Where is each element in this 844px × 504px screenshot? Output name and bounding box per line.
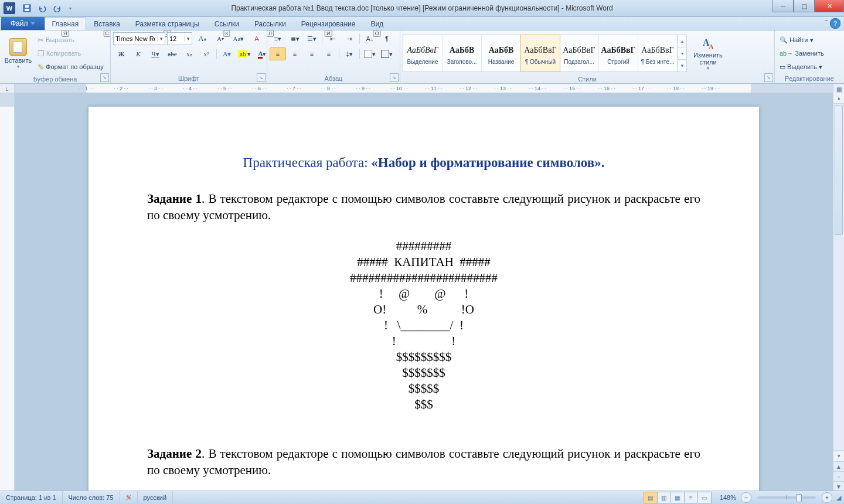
tab-home[interactable]: ГлавнаяЯ: [45, 17, 87, 30]
strikethrough-button[interactable]: abc: [164, 47, 181, 60]
clear-format-button[interactable]: A̶: [249, 32, 265, 45]
gallery-more-icon[interactable]: ▼: [678, 59, 686, 71]
browse-object-icon[interactable]: ◦: [833, 471, 844, 481]
grow-font-button[interactable]: A▴: [194, 32, 210, 45]
subscript-button[interactable]: x₂: [181, 47, 198, 60]
align-right-button[interactable]: ≡: [304, 47, 320, 60]
tab-view[interactable]: ВидО: [363, 17, 391, 30]
maximize-button[interactable]: ▢: [794, 0, 815, 12]
underline-button[interactable]: Ч▾: [147, 47, 164, 60]
group-clipboard: Вставить ▾ Вырезать Копировать Формат по…: [0, 30, 111, 83]
cut-button[interactable]: Вырезать: [35, 33, 77, 46]
style-item[interactable]: АаБбВвГСтрогий: [599, 35, 638, 71]
view-print-layout-icon[interactable]: ▤: [644, 492, 658, 503]
page[interactable]: Практическая работа: «Набор и форматиров…: [89, 107, 759, 491]
vertical-ruler[interactable]: [0, 93, 15, 491]
help-icon[interactable]: ?: [830, 18, 840, 29]
indent-decrease-button[interactable]: ⇤: [324, 32, 341, 45]
scroll-track[interactable]: [833, 104, 844, 450]
resize-grip-icon[interactable]: ◢: [833, 494, 844, 502]
minimize-ribbon-icon[interactable]: ˇ: [825, 19, 828, 28]
shading-button[interactable]: ▾: [362, 47, 378, 60]
next-page-icon[interactable]: ▼: [833, 481, 844, 491]
status-proof[interactable]: ✎̸: [120, 491, 138, 504]
align-justify-button[interactable]: ≡: [321, 47, 337, 60]
view-outline-icon[interactable]: ≡: [684, 492, 698, 503]
copy-button[interactable]: Копировать: [35, 47, 83, 60]
minimize-button[interactable]: ─: [772, 0, 794, 12]
indent-increase-button[interactable]: ⇥: [341, 32, 358, 45]
scroll-up-icon[interactable]: ▴: [833, 93, 844, 104]
highlight-button[interactable]: ab▾: [236, 47, 253, 60]
zoom-level[interactable]: 148%: [716, 494, 740, 501]
styles-launcher-icon[interactable]: ↘: [764, 73, 773, 82]
borders-button[interactable]: ▾: [379, 47, 395, 60]
qat-customize-icon[interactable]: ▾: [66, 2, 74, 15]
clipboard-launcher-icon[interactable]: ↘: [100, 73, 109, 82]
italic-button[interactable]: К: [130, 47, 147, 60]
format-painter-button[interactable]: Формат по образцу: [35, 60, 106, 73]
multilevel-button[interactable]: ☰▾: [304, 32, 320, 45]
view-web-icon[interactable]: ▦: [671, 492, 685, 503]
zoom-in-button[interactable]: +: [822, 492, 832, 503]
font-size-input[interactable]: [168, 35, 184, 42]
chevron-down-icon[interactable]: ▾: [184, 36, 192, 42]
superscript-button[interactable]: x²: [198, 47, 215, 60]
style-item[interactable]: АаБбВвГ¶ Обычный: [520, 35, 560, 72]
status-lang[interactable]: русский: [138, 491, 173, 504]
zoom-out-button[interactable]: −: [741, 492, 751, 503]
tab-mailings[interactable]: РассылкиЛ: [247, 17, 294, 30]
prev-page-icon[interactable]: ▲: [833, 461, 844, 471]
style-item[interactable]: АаБбВвГ¶ Без инте...: [638, 35, 678, 71]
tab-file[interactable]: Файл: [1, 17, 45, 30]
style-item[interactable]: АаБбВвГПодзагол...: [560, 35, 599, 71]
align-center-button[interactable]: ≡: [287, 47, 303, 60]
bullets-button[interactable]: ≡▾: [270, 32, 286, 45]
qat-undo-icon[interactable]: [35, 2, 49, 15]
view-draft-icon[interactable]: ▭: [697, 492, 712, 503]
find-label: Найти: [789, 36, 808, 43]
find-button[interactable]: 🔍 Найти ▾: [777, 33, 816, 46]
replace-button[interactable]: ab→ Заменить: [777, 47, 826, 60]
change-case-button[interactable]: Aa▾: [230, 32, 247, 45]
tab-review[interactable]: РецензированиеИ: [294, 17, 363, 30]
copy-label: Копировать: [46, 50, 81, 57]
style-item[interactable]: АаБбВвГВыделение: [403, 35, 443, 71]
bold-button[interactable]: Ж: [113, 47, 130, 60]
qat-redo-icon[interactable]: [50, 2, 64, 15]
status-words[interactable]: Число слов: 75: [63, 491, 120, 504]
show-marks-button[interactable]: ¶: [379, 32, 395, 45]
tab-insert[interactable]: ВставкаС: [86, 17, 128, 30]
gallery-up-icon[interactable]: ▴: [678, 35, 686, 47]
font-size-combo[interactable]: ▾: [167, 32, 192, 45]
view-full-read-icon[interactable]: ▥: [657, 492, 671, 503]
sort-button[interactable]: A↓: [362, 32, 378, 45]
tab-references[interactable]: СсылкиК: [207, 17, 247, 30]
select-button[interactable]: ▭ Выделить ▾: [777, 60, 825, 73]
scroll-down-icon[interactable]: ▾: [833, 450, 844, 461]
change-styles-button[interactable]: AA Изменить стили ▾: [688, 32, 728, 74]
gallery-down-icon[interactable]: ▾: [678, 47, 686, 59]
numbering-button[interactable]: ≣▾: [287, 32, 303, 45]
style-item[interactable]: АаБбВНазвание: [482, 35, 521, 71]
style-item[interactable]: АаБбВЗаголово...: [443, 35, 482, 71]
zoom-knob[interactable]: [796, 494, 802, 502]
line-spacing-button[interactable]: ‡▾: [341, 47, 358, 60]
align-left-button[interactable]: ≡: [270, 47, 286, 60]
font-name-combo[interactable]: ▾: [113, 32, 165, 45]
app-icon: W: [4, 2, 15, 14]
close-button[interactable]: ✕: [815, 0, 844, 12]
qat-save-icon[interactable]: [20, 2, 34, 15]
paste-button[interactable]: Вставить ▾: [2, 32, 34, 74]
chevron-down-icon[interactable]: ▾: [157, 36, 165, 42]
font-launcher-icon[interactable]: ↘: [257, 73, 266, 82]
paragraph-launcher-icon[interactable]: ↘: [390, 73, 399, 82]
scroll-thumb[interactable]: [835, 105, 843, 235]
font-name-input[interactable]: [114, 35, 157, 42]
status-page[interactable]: Страница: 1 из 1: [0, 491, 63, 504]
document-area[interactable]: Практическая работа: «Набор и форматиров…: [15, 93, 833, 491]
tab-page-layout[interactable]: Разметка страницыЗ: [128, 17, 207, 30]
text-effects-button[interactable]: A▾: [219, 47, 235, 60]
shrink-font-button[interactable]: A▾: [212, 32, 229, 45]
zoom-slider[interactable]: [757, 496, 816, 499]
